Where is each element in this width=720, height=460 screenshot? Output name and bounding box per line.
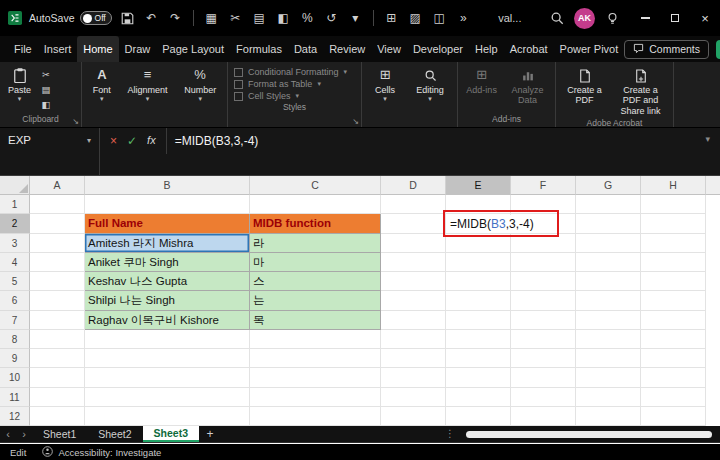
cell-D12[interactable] (381, 407, 446, 426)
editing-menu-button[interactable]: Editing ▾ (412, 66, 448, 102)
cell-B3[interactable]: Amitesh 라지 Mishra (85, 234, 250, 253)
cell-H4[interactable] (641, 253, 706, 272)
cell-A8[interactable] (30, 330, 85, 349)
cell-A1[interactable] (30, 195, 85, 214)
cell-H7[interactable] (641, 311, 706, 330)
close-button[interactable]: × (690, 0, 720, 36)
cell-F4[interactable] (511, 253, 576, 272)
row-header-11[interactable]: 11 (0, 388, 30, 407)
cancel-icon[interactable]: × (110, 134, 117, 148)
more-commands-icon[interactable]: » (455, 10, 472, 26)
cell-D9[interactable] (381, 349, 446, 368)
menu-tab-formulas[interactable]: Formulas (230, 36, 288, 62)
alignment-menu-button[interactable]: ≡ Alignment ▾ (123, 66, 171, 102)
cell-H12[interactable] (641, 407, 706, 426)
clipboard-dialog-launcher-icon[interactable]: ↘ (72, 117, 79, 126)
format-as-table-button[interactable]: Format as Table ▾ (234, 79, 355, 89)
cell-C6[interactable]: 는 (250, 291, 381, 310)
create-pdf-button[interactable]: Create a PDF (560, 66, 609, 107)
column-header-D[interactable]: D (381, 176, 446, 195)
cell-A12[interactable] (30, 407, 85, 426)
cell-B12[interactable] (85, 407, 250, 426)
enter-icon[interactable]: ✓ (127, 134, 137, 148)
column-header-E[interactable]: E (446, 176, 511, 195)
cell-G10[interactable] (576, 368, 641, 387)
cell-A6[interactable] (30, 291, 85, 310)
percent-style-icon[interactable]: % (299, 10, 316, 26)
cell-B11[interactable] (85, 388, 250, 407)
cell-G3[interactable] (576, 234, 641, 253)
styles-dialog-launcher-icon[interactable]: ↘ (352, 117, 359, 126)
analyze-data-button[interactable]: Analyze Data (505, 66, 551, 107)
menu-tab-home[interactable]: Home (77, 36, 118, 62)
autosave-toggle[interactable]: AutoSave Off (29, 11, 112, 25)
column-header-B[interactable]: B (85, 176, 250, 195)
horizontal-scrollbar[interactable] (458, 426, 720, 442)
cell-E7[interactable] (446, 311, 511, 330)
cell-H3[interactable] (641, 234, 706, 253)
cell-E12[interactable] (446, 407, 511, 426)
cell-F1[interactable] (511, 195, 576, 214)
cell-D4[interactable] (381, 253, 446, 272)
cell-E6[interactable] (446, 291, 511, 310)
font-menu-button[interactable]: A Font ▾ (89, 66, 115, 102)
row-header-3[interactable]: 3 (0, 234, 30, 253)
share-button[interactable] (716, 40, 720, 59)
cell-F6[interactable] (511, 291, 576, 310)
cell-H10[interactable] (641, 368, 706, 387)
cell-E9[interactable] (446, 349, 511, 368)
cell-A4[interactable] (30, 253, 85, 272)
sheet-nav-prev-icon[interactable]: ‹ (0, 426, 16, 442)
cell-C12[interactable] (250, 407, 381, 426)
cell-E10[interactable] (446, 368, 511, 387)
cell-F5[interactable] (511, 272, 576, 291)
sheet-tab-sheet1[interactable]: Sheet1 (32, 426, 87, 442)
accessibility-status[interactable]: Accessibility: Investigate (42, 446, 161, 459)
cell-G11[interactable] (576, 388, 641, 407)
cell-C8[interactable] (250, 330, 381, 349)
row-header-9[interactable]: 9 (0, 349, 30, 368)
cell-B1[interactable] (85, 195, 250, 214)
excel-app-icon[interactable] (8, 11, 22, 25)
insert-function-icon[interactable]: fx (147, 134, 156, 146)
maximize-button[interactable] (660, 0, 690, 36)
formula-input[interactable]: =MIDB(B3,3,-4) (167, 128, 267, 175)
cell-A10[interactable] (30, 368, 85, 387)
format-painter-icon[interactable]: ◧ (38, 98, 54, 111)
cell-C4[interactable]: 마 (250, 253, 381, 272)
cell-styles-button[interactable]: Cell Styles ▾ (234, 91, 355, 101)
addins-button[interactable]: ⊞ Add-ins (462, 66, 501, 96)
cell-D10[interactable] (381, 368, 446, 387)
cell-G8[interactable] (576, 330, 641, 349)
cell-D1[interactable] (381, 195, 446, 214)
cell-D5[interactable] (381, 272, 446, 291)
cell-C1[interactable] (250, 195, 381, 214)
cut-icon[interactable]: ✂ (227, 10, 244, 26)
column-header-C[interactable]: C (250, 176, 381, 195)
cell-D8[interactable] (381, 330, 446, 349)
cell-G1[interactable] (576, 195, 641, 214)
cell-E3[interactable] (446, 234, 511, 253)
cell-F10[interactable] (511, 368, 576, 387)
cell-H1[interactable] (641, 195, 706, 214)
menu-tab-help[interactable]: Help (469, 36, 504, 62)
menu-tab-power-pivot[interactable]: Power Pivot (554, 36, 625, 62)
cell-C11[interactable] (250, 388, 381, 407)
menu-tab-review[interactable]: Review (323, 36, 371, 62)
autosave-switch[interactable]: Off (80, 11, 112, 25)
paste-button[interactable]: Paste ▾ (4, 66, 35, 102)
row-header-6[interactable]: 6 (0, 291, 30, 310)
menu-tab-draw[interactable]: Draw (119, 36, 157, 62)
menu-tab-view[interactable]: View (371, 36, 407, 62)
comments-button[interactable]: Comments (624, 40, 709, 59)
column-header-H[interactable]: H (641, 176, 706, 195)
create-pdf-share-button[interactable]: Create a PDF and Share link (612, 66, 669, 117)
cell-C3[interactable]: 라 (250, 234, 381, 253)
cell-G4[interactable] (576, 253, 641, 272)
cell-G5[interactable] (576, 272, 641, 291)
cell-D11[interactable] (381, 388, 446, 407)
cells-menu-button[interactable]: ⊞ Cells ▾ (371, 66, 399, 102)
cell-B2[interactable]: Full Name (85, 214, 250, 233)
lightbulb-icon[interactable] (604, 12, 621, 25)
column-header-G[interactable]: G (576, 176, 641, 195)
